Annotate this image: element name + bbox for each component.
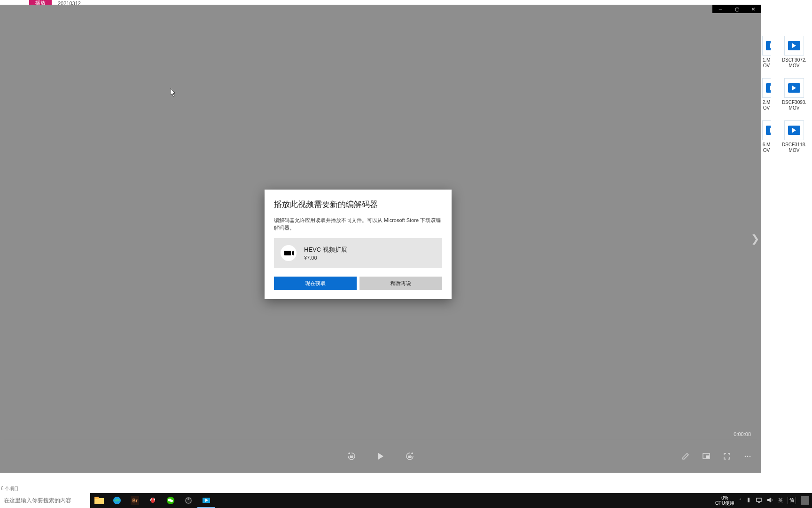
file-label: DSCF3118.MOV	[780, 142, 808, 153]
close-button[interactable]: ✕	[745, 5, 761, 13]
svg-point-15	[170, 500, 173, 502]
taskbar-app-red[interactable]	[144, 493, 162, 508]
taskbar-app-edge[interactable]	[108, 493, 126, 508]
search-input[interactable]: 在这里输入你要搜索的内容	[0, 493, 90, 508]
skip-back-icon[interactable]: 10	[346, 451, 357, 461]
video-player-window: ─ ▢ ✕ ❯ 0:00:08 10 30	[0, 5, 761, 473]
product-card[interactable]: HEVC 视频扩展 ¥7.00	[274, 238, 442, 268]
transport-bar: 0:00:08 10 30	[2, 440, 759, 473]
cpu-meter[interactable]: 0% CPU使用	[715, 495, 734, 506]
svg-point-5	[747, 456, 749, 457]
play-icon[interactable]	[375, 451, 386, 461]
video-thumb-icon	[784, 120, 804, 140]
taskbar-apps: Br	[90, 493, 215, 508]
svg-point-12	[151, 499, 155, 503]
edit-icon[interactable]	[680, 451, 691, 461]
next-arrow-icon[interactable]: ❯	[749, 225, 761, 253]
more-icon[interactable]	[742, 451, 753, 461]
file-label: DSCF3093.MOV	[780, 100, 808, 111]
dialog-title: 播放此视频需要新的编解码器	[274, 199, 442, 210]
product-price: ¥7.00	[304, 255, 347, 261]
video-thumb-icon	[784, 36, 804, 56]
system-tray: 0% CPU使用 ˄ 英 简	[715, 495, 812, 506]
file-item[interactable]: 2.MOV	[762, 78, 771, 111]
ime-language[interactable]: 英	[778, 497, 783, 504]
file-item[interactable]: 6.MOV	[762, 120, 771, 153]
duration-label: 0:00:08	[734, 431, 751, 437]
svg-text:30: 30	[408, 455, 412, 458]
file-label: 1.MOV	[762, 57, 771, 69]
codec-dialog: 播放此视频需要新的编解码器 编解码器允许应用读取并播放不同文件。可以从 Micr…	[265, 190, 452, 299]
file-item[interactable]: DSCF3118.MOV	[780, 120, 808, 153]
svg-text:10: 10	[350, 455, 353, 458]
svg-point-4	[745, 456, 746, 457]
mini-player-icon[interactable]	[701, 451, 711, 461]
video-thumb-icon	[762, 36, 771, 56]
get-now-button[interactable]: 现在获取	[274, 277, 357, 290]
svg-rect-20	[748, 498, 750, 502]
svg-rect-21	[757, 498, 761, 501]
taskbar-app-movies-tv[interactable]	[197, 493, 215, 508]
maximize-button[interactable]: ▢	[729, 5, 745, 13]
file-grid: 1.MOV DSCF3072.MOV 2.MOV DSCF3093.MOV 6.…	[761, 25, 812, 493]
svg-point-18	[187, 498, 189, 500]
cpu-percent: 0%	[715, 495, 734, 500]
taskbar-app-wechat[interactable]	[162, 493, 180, 508]
skip-forward-icon[interactable]: 30	[405, 451, 415, 461]
ime-mode[interactable]: 简	[788, 497, 796, 504]
window-controls: ─ ▢ ✕	[712, 5, 761, 13]
cpu-label: CPU使用	[715, 500, 734, 506]
svg-rect-3	[706, 456, 709, 458]
svg-rect-9	[94, 497, 99, 499]
taskbar-app-explorer[interactable]	[90, 493, 108, 508]
video-thumb-icon	[762, 78, 771, 98]
dialog-backdrop: 播放此视频需要新的编解码器 编解码器允许应用读取并播放不同文件。可以从 Micr…	[0, 5, 761, 473]
action-center-icon[interactable]	[801, 496, 809, 505]
extension-icon	[281, 245, 297, 261]
file-item[interactable]: DSCF3093.MOV	[780, 78, 808, 111]
file-label: 2.MOV	[762, 100, 771, 111]
file-label: DSCF3072.MOV	[780, 57, 808, 69]
svg-point-6	[750, 456, 751, 457]
taskbar-app-obs[interactable]	[180, 493, 197, 508]
tray-chevron-up-icon[interactable]: ˄	[739, 498, 742, 503]
search-placeholder-text: 在这里输入你要搜索的内容	[4, 497, 71, 505]
tray-network-icon[interactable]	[756, 497, 762, 504]
fullscreen-icon[interactable]	[722, 451, 732, 461]
tray-volume-icon[interactable]	[767, 497, 773, 504]
later-button[interactable]: 稍后再说	[359, 277, 442, 290]
svg-rect-7	[284, 251, 291, 255]
taskbar-app-bridge[interactable]: Br	[126, 493, 144, 508]
taskbar: 在这里输入你要搜索的内容 Br 0% CPU使用 ˄	[0, 493, 812, 508]
statusbar-item-count: 6 个项目	[1, 485, 19, 492]
tray-usb-icon[interactable]	[746, 497, 751, 504]
seek-bar[interactable]	[4, 440, 757, 440]
product-name: HEVC 视频扩展	[304, 246, 347, 254]
minimize-button[interactable]: ─	[712, 5, 729, 13]
dialog-body: 编解码器允许应用读取并播放不同文件。可以从 Microsoft Store 下载…	[274, 216, 442, 231]
file-item[interactable]: DSCF3072.MOV	[780, 36, 808, 69]
video-thumb-icon	[784, 78, 804, 98]
file-item[interactable]: 1.MOV	[762, 36, 771, 69]
video-thumb-icon	[762, 120, 771, 140]
file-label: 6.MOV	[762, 142, 771, 153]
